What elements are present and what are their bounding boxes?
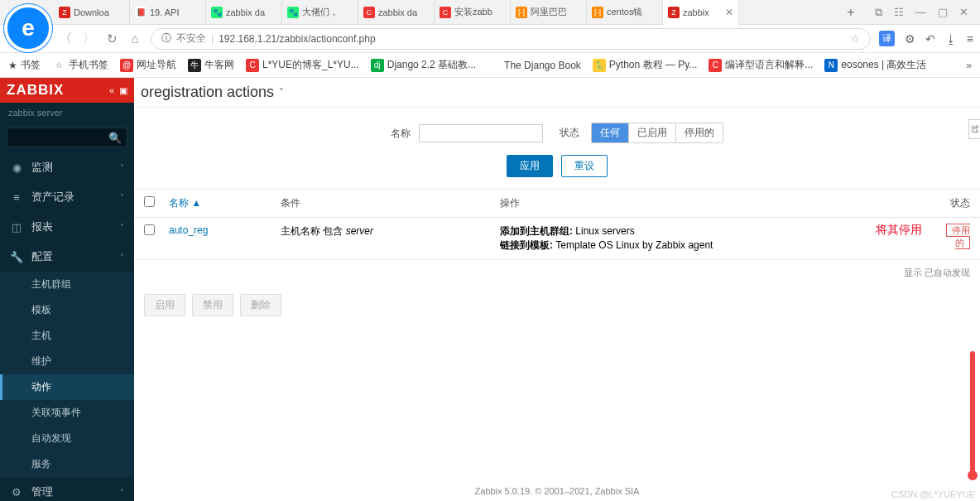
- sidebar-item[interactable]: ⚙管理˅: [0, 477, 134, 501]
- action-name-link[interactable]: auto_reg: [169, 224, 208, 236]
- sidebar-item[interactable]: ≡资产记录˅: [0, 182, 134, 212]
- bookmarks-folder[interactable]: ★ 书签: [8, 58, 41, 72]
- menu-icon[interactable]: ≡: [967, 32, 973, 46]
- sidebar-search[interactable]: 🔍: [7, 128, 127, 147]
- forward-button[interactable]: 〉: [81, 31, 96, 46]
- bookmarks-bar: ★ 书签 ☆手机书签@网址导航牛牛客网CL*YUE的博客_L*YU...djDj…: [0, 53, 980, 78]
- browser-tab[interactable]: Zzabbix✕: [663, 0, 739, 25]
- page-title[interactable]: oregistration actions ˅: [141, 84, 284, 101]
- browser-tab[interactable]: 🐾zabbix da: [206, 0, 282, 25]
- collapse-icon[interactable]: «: [109, 85, 114, 96]
- bookmark-label: 网址导航: [137, 58, 176, 72]
- tab-label: Downloa: [74, 7, 109, 17]
- url-input[interactable]: ⓘ 不安全 | 192.168.1.21/zabbix/actionconf.p…: [151, 28, 871, 50]
- col-name-header[interactable]: 名称 ▲: [159, 190, 271, 217]
- apply-button[interactable]: 应用: [507, 155, 553, 177]
- minimize-icon[interactable]: —: [915, 6, 926, 19]
- browser-tab[interactable]: Czabbix da: [358, 0, 435, 25]
- browser-tab[interactable]: [-]centos镜: [587, 0, 663, 25]
- sidebar-subitem[interactable]: 关联项事件: [0, 400, 134, 426]
- close-window-icon[interactable]: ✕: [959, 6, 968, 19]
- bookmark-item[interactable]: ☆手机书签: [52, 58, 108, 72]
- star-icon[interactable]: ☆: [851, 33, 860, 45]
- bookmark-icon: @: [120, 59, 133, 72]
- bookmarks-overflow[interactable]: »: [966, 60, 972, 71]
- status-option[interactable]: 停用的: [676, 123, 723, 142]
- sidebar-item[interactable]: ◉监测˅: [0, 152, 134, 182]
- sidebar-header: ZABBIX « ▣: [0, 78, 134, 103]
- bookmark-item[interactable]: Neosones | 高效生活: [824, 58, 926, 72]
- bookmark-item[interactable]: 牛牛客网: [188, 58, 234, 72]
- maximize-icon[interactable]: ▢: [938, 6, 948, 19]
- status-option[interactable]: 已启用: [629, 123, 676, 142]
- bookmark-label: The Django Book: [504, 60, 581, 71]
- download-icon[interactable]: ⭳: [945, 32, 957, 46]
- security-status: 不安全: [176, 31, 206, 46]
- status-option[interactable]: 任何: [592, 123, 629, 142]
- sidebar-subitem[interactable]: 主机: [0, 323, 134, 349]
- favicon: 📕: [135, 7, 147, 18]
- bookmark-label: Python 教程 — Py...: [609, 58, 697, 72]
- extension-icon[interactable]: ☷: [894, 6, 904, 19]
- reset-button[interactable]: 重设: [561, 155, 608, 177]
- tab-label: zabbix da: [226, 7, 265, 17]
- url-bar: 〈 〉 ↻ ⌂ ⓘ 不安全 | 192.168.1.21/zabbix/acti…: [0, 25, 980, 53]
- bookmark-item[interactable]: C编译型语言和解释...: [709, 58, 813, 72]
- tab-label: 阿里巴巴: [531, 6, 567, 18]
- chevron-icon: ˅: [120, 163, 124, 172]
- browser-tabs: ZDownloa📕19. API🐾zabbix da🐾大佬们，Czabbix d…: [0, 0, 980, 25]
- search-icon: 🔍: [108, 132, 122, 144]
- bookmark-item[interactable]: 🐍Python 教程 — Py...: [593, 58, 697, 72]
- sidebar-subitem[interactable]: 主机群组: [0, 272, 134, 297]
- bookmark-label: eosones | 高效生活: [841, 58, 926, 72]
- col-status-header[interactable]: 状态: [930, 190, 980, 217]
- undo-icon[interactable]: ↶: [925, 32, 935, 46]
- bookmark-icon: ☆: [52, 59, 65, 72]
- filter-name-input[interactable]: [419, 124, 543, 142]
- screenshot-icon[interactable]: ⧉: [875, 6, 882, 19]
- back-button[interactable]: 〈: [58, 31, 73, 46]
- sidebar-subitem[interactable]: 维护: [0, 349, 134, 374]
- sidebar-item[interactable]: ◫报表˅: [0, 212, 134, 242]
- bookmark-item[interactable]: CL*YUE的博客_L*YU...: [246, 58, 359, 72]
- status-badge[interactable]: 停用的: [946, 224, 970, 249]
- col-op-header[interactable]: 操作: [490, 190, 930, 217]
- condition-cell: 主机名称 包含 server: [271, 218, 490, 245]
- favicon: 🐾: [287, 7, 299, 18]
- zabbix-footer: Zabbix 5.0.19. © 2001–2021, Zabbix SIA: [134, 486, 980, 496]
- zabbix-logo[interactable]: ZABBIX: [7, 82, 64, 99]
- compact-icon[interactable]: ▣: [119, 85, 127, 96]
- menu-label: 配置: [31, 249, 53, 264]
- tab-close-icon[interactable]: ✕: [725, 7, 733, 18]
- translate-icon[interactable]: 译: [879, 31, 895, 46]
- filter-toggle[interactable]: 过: [968, 119, 980, 139]
- sidebar-subitem[interactable]: 动作: [0, 374, 134, 400]
- operation-cell: 添加到主机群组: Linux servers 链接到模板: Template O…: [490, 218, 930, 259]
- bookmark-item[interactable]: @网址导航: [120, 58, 176, 72]
- browser-tab[interactable]: ZDownloa: [54, 0, 130, 25]
- chevron-icon: ˅: [120, 488, 124, 497]
- browser-tab[interactable]: [-]阿里巴巴: [511, 0, 587, 25]
- bookmark-item[interactable]: eThe Django Book: [488, 58, 581, 72]
- settings-icon[interactable]: ⚙: [905, 32, 915, 46]
- browser-tab[interactable]: 📕19. API: [130, 0, 206, 25]
- menu-label: 报表: [31, 219, 53, 234]
- browser-tab[interactable]: 🐾大佬们，: [282, 0, 358, 25]
- bulk-button[interactable]: 删除: [240, 294, 281, 316]
- reload-button[interactable]: ↻: [104, 31, 119, 46]
- sidebar-item[interactable]: 🔧配置˄: [0, 242, 134, 272]
- row-checkbox[interactable]: [144, 224, 155, 235]
- bulk-button[interactable]: 禁用: [192, 294, 233, 316]
- sidebar-subitem[interactable]: 模板: [0, 297, 134, 323]
- annotation-text: 将其停用: [876, 223, 922, 238]
- sidebar-subitem[interactable]: 服务: [0, 451, 134, 477]
- browser-tab[interactable]: C安装zabb: [435, 0, 511, 25]
- bulk-button[interactable]: 启用: [144, 294, 185, 316]
- tab-label: 安装zabb: [454, 6, 492, 18]
- sidebar-subitem[interactable]: 自动发现: [0, 426, 134, 451]
- new-tab-button[interactable]: +: [838, 5, 863, 20]
- col-cond-header[interactable]: 条件: [271, 190, 490, 217]
- home-button[interactable]: ⌂: [127, 31, 142, 46]
- select-all-checkbox[interactable]: [144, 196, 155, 207]
- bookmark-item[interactable]: djDjango 2.2 基础教...: [371, 58, 476, 72]
